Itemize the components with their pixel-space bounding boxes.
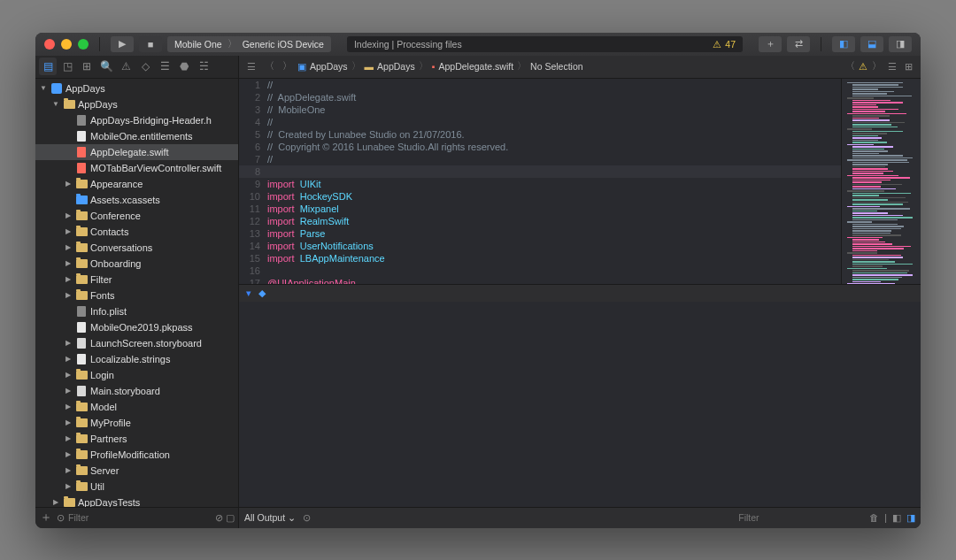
tree-row[interactable]: ▶Partners [35, 431, 238, 447]
code-line[interactable]: // Copyright © 2016 Lunabee Studio.All r… [267, 141, 508, 153]
tree-row[interactable]: Assets.xcassets [35, 192, 238, 208]
code-review-button[interactable]: ⇄ [787, 36, 810, 52]
code-editor[interactable]: 1//2// AppDelegate.swift3// MobileOne4//… [239, 79, 841, 284]
tree-row[interactable]: ▶MyProfile [35, 415, 238, 431]
related-items-icon[interactable]: ☰ [244, 61, 258, 72]
disclosure-icon[interactable]: ▶ [64, 434, 73, 442]
breakpoint-navigator-tab[interactable]: ⬣ [175, 58, 193, 75]
tree-row[interactable]: ▶Util [35, 479, 238, 495]
disclosure-icon[interactable]: ▼ [39, 84, 48, 92]
warning-badge[interactable]: ⚠ 47 [713, 39, 736, 50]
disclosure-icon[interactable]: ▶ [64, 291, 73, 299]
crumb-0[interactable]: AppDays [310, 61, 348, 72]
disclosure-icon[interactable]: ▶ [64, 403, 73, 410]
tree-row[interactable]: AppDays-Bridging-Header.h [35, 112, 238, 128]
symbol-navigator-tab[interactable]: ⊞ [78, 58, 96, 75]
variables-view-icon[interactable]: ◧ [892, 512, 901, 523]
minimap[interactable] [841, 79, 921, 284]
crumb-1[interactable]: AppDays [377, 61, 415, 72]
disclosure-icon[interactable]: ▶ [64, 387, 73, 395]
console-view-icon[interactable]: ◨ [906, 512, 915, 523]
test-navigator-tab[interactable]: ◇ [136, 58, 154, 75]
fullscreen-button[interactable] [78, 39, 89, 50]
issue-navigator-tab[interactable]: ⚠ [117, 58, 135, 75]
tree-row[interactable]: ▶Login [35, 367, 238, 383]
source-control-tab[interactable]: ◳ [58, 58, 76, 75]
tree-row[interactable]: MOTabBarViewController.swift [35, 160, 238, 176]
code-line[interactable]: // [267, 79, 273, 91]
disclosure-icon[interactable]: ▶ [51, 498, 60, 506]
disclosure-icon[interactable]: ▼ [51, 100, 60, 108]
add-button[interactable]: ＋ [759, 36, 782, 52]
disclosure-icon[interactable]: ▶ [64, 211, 73, 219]
tree-row[interactable]: ▶Server [35, 463, 238, 479]
disclosure-icon[interactable]: ▶ [64, 227, 73, 235]
tree-row[interactable]: ▶Localizable.strings [35, 351, 238, 367]
code-line[interactable]: // MobileOne [267, 104, 325, 116]
disclosure-icon[interactable]: ▶ [64, 355, 73, 363]
forward-button[interactable]: 〉 [280, 60, 294, 73]
add-file-button[interactable]: ＋ [39, 510, 53, 525]
disclosure-icon[interactable]: ▶ [64, 371, 73, 379]
breakpoint-toggle-icon[interactable]: ◆ [258, 288, 266, 299]
back-button[interactable]: 〈 [262, 60, 276, 73]
tree-row[interactable]: ▶Filter [35, 272, 238, 288]
code-line[interactable]: import Parse [267, 227, 325, 240]
scheme-selector[interactable]: Mobile One 〉 Generic iOS Device [167, 36, 331, 52]
close-button[interactable] [44, 39, 55, 50]
code-line[interactable]: @UIApplicationMain [267, 277, 356, 284]
trash-icon[interactable]: 🗑 [869, 512, 879, 523]
code-line[interactable]: // [267, 116, 273, 128]
tree-row[interactable]: ▼AppDays [35, 96, 238, 112]
project-navigator-tab[interactable]: ▤ [39, 58, 57, 75]
disclosure-icon[interactable]: ▶ [64, 450, 73, 458]
tree-row[interactable]: ▶Appearance [35, 176, 238, 192]
code-line[interactable]: // Created by Lunabee Studio on 21/07/20… [267, 128, 465, 141]
minimize-button[interactable] [61, 39, 72, 50]
find-navigator-tab[interactable]: 🔍 [97, 58, 115, 75]
tree-row[interactable]: ▶Conference [35, 208, 238, 224]
add-editor-icon[interactable]: ⊞ [901, 61, 915, 72]
report-navigator-tab[interactable]: ☵ [195, 58, 212, 75]
code-line[interactable]: import Mixpanel [267, 203, 339, 215]
toggle-debug-button[interactable]: ⬓ [860, 36, 883, 52]
tree-row[interactable]: ▶Model [35, 399, 238, 415]
crumb-3[interactable]: No Selection [530, 61, 583, 72]
navigator-filter-input[interactable] [68, 512, 212, 523]
tree-row[interactable]: ▶Fonts [35, 288, 238, 303]
tree-row[interactable]: Info.plist [35, 303, 238, 319]
tree-row[interactable]: ▶Conversations [35, 240, 238, 256]
debug-toggle-icon[interactable]: ▾ [246, 288, 251, 299]
disclosure-icon[interactable]: ▶ [64, 275, 73, 283]
disclosure-icon[interactable]: ▶ [64, 482, 73, 490]
next-issue-icon[interactable]: 〉 [869, 60, 883, 73]
disclosure-icon[interactable]: ▶ [64, 418, 73, 426]
tree-row[interactable]: MobileOne2019.pkpass [35, 319, 238, 335]
tree-row[interactable]: ▶ProfileModification [35, 447, 238, 463]
code-line[interactable]: import UserNotifications [267, 240, 374, 252]
toggle-navigator-button[interactable]: ◧ [832, 36, 855, 52]
crumb-2[interactable]: AppDelegate.swift [438, 61, 513, 72]
stop-button[interactable]: ■ [139, 36, 162, 52]
tree-row[interactable]: ▼AppDays [35, 81, 238, 96]
run-button[interactable]: ▶ [111, 36, 134, 52]
code-line[interactable]: import UIKit [267, 178, 321, 190]
disclosure-icon[interactable]: ▶ [64, 339, 73, 347]
disclosure-icon[interactable]: ▶ [64, 466, 73, 474]
toggle-inspector-button[interactable]: ◨ [889, 36, 912, 52]
code-line[interactable]: // [267, 153, 273, 165]
disclosure-icon[interactable]: ▶ [64, 180, 73, 188]
tree-row[interactable]: AppDelegate.swift [35, 144, 238, 160]
code-line[interactable]: import LBAppMaintenance [267, 252, 385, 265]
debug-navigator-tab[interactable]: ☰ [156, 58, 173, 75]
disclosure-icon[interactable]: ▶ [64, 243, 73, 251]
console-scope[interactable]: All Output ⌄ [244, 512, 296, 523]
tree-row[interactable]: ▶AppDaysTests [35, 495, 238, 507]
code-line[interactable]: import RealmSwift [267, 215, 349, 227]
tree-row[interactable]: ▶LaunchScreen.storyboard [35, 335, 238, 351]
tree-row[interactable]: ▶Main.storyboard [35, 383, 238, 399]
tree-row[interactable]: ▶Contacts [35, 224, 238, 240]
code-line[interactable]: // AppDelegate.swift [267, 91, 356, 104]
tree-row[interactable]: ▶Onboarding [35, 256, 238, 272]
issue-icon[interactable]: ⚠ [859, 61, 867, 72]
